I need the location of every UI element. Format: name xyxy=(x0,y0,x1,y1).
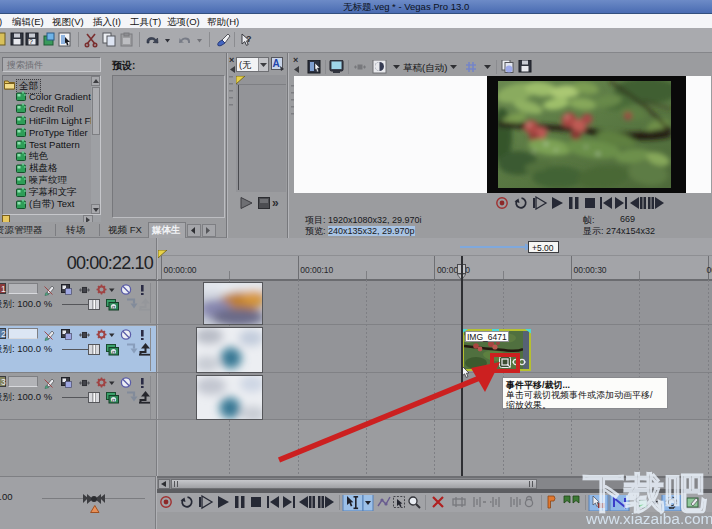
svg-text:?: ? xyxy=(29,38,33,45)
svg-text:A: A xyxy=(273,58,280,69)
svg-text:?: ? xyxy=(246,34,252,44)
svg-text:α: α xyxy=(112,349,116,355)
svg-text:α: α xyxy=(112,397,116,403)
svg-text:α: α xyxy=(112,304,116,310)
svg-text:草稿(自动): 草稿(自动) xyxy=(403,62,447,73)
svg-text:www.xiazaiba.com: www.xiazaiba.com xyxy=(585,510,712,527)
